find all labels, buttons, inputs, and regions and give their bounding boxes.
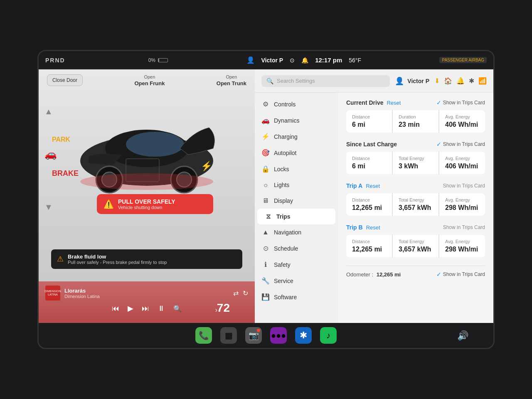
bluetooth-icon[interactable]: ✱ [469,77,474,85]
current-drive-energy-label: Avg. Energy [445,114,479,119]
trip-b-avg-energy-cell: Avg. Energy 298 Wh/mi [439,235,485,257]
brake-warning: ⚠ Brake fluid low Pull over safely - Pre… [51,249,242,269]
sidebar-item-charging[interactable]: ⚡ Charging [255,128,338,145]
since-last-charge-show-trips: ✓ Show in Trips Card [436,141,485,148]
search-music-icon[interactable]: 🔍 [173,305,182,313]
service-label: Service [274,278,293,284]
odometer-checkmark: ✓ [436,271,441,278]
svg-point-9 [80,173,213,190]
taskbar: 📞 ▦ 📷 ●●● ✱ ♪ 🔊 [39,323,493,348]
current-drive-section: Current Drive Reset ✓ Show in Trips Card… [346,99,485,133]
open-trunk-area: Open Open Trunk [217,74,246,87]
prnd-display: PRND [45,57,65,64]
left-panel: Close Door Open Open Frunk Open Open Tru… [39,69,255,323]
current-drive-distance-value: 6 mi [352,121,386,128]
search-icon: 🔍 [266,78,273,84]
autopilot-icon: 🎯 [261,149,270,157]
sidebar-item-schedule[interactable]: ⊙ Schedule [255,240,338,256]
music-info: DIMENSION LATINA Llorarás Dimension Lati… [45,286,248,300]
sidebar-item-autopilot[interactable]: 🎯 Autopilot [255,145,338,161]
search-input[interactable]: Search Settings [277,78,315,84]
trip-b-stats: Distance 12,265 mi Total Energy 3,657 kW… [346,235,485,257]
home-icon[interactable]: 🏠 [444,77,452,85]
status-user: Victor P [261,57,283,64]
trip-a-energy-cell: Total Energy 3,657 kWh [393,193,438,216]
sidebar-item-trips[interactable]: ⧖ Trips [257,209,335,224]
trip-a-title: Trip A [346,182,362,189]
trip-b-reset[interactable]: Reset [366,224,380,231]
camera-icon[interactable]: 📷 [245,327,262,344]
display-label: Display [274,197,293,204]
dynamics-label: Dynamics [274,117,299,124]
sidebar-item-service[interactable]: 🔧 Service [255,273,338,289]
bubble-icon[interactable]: ●●● [270,327,287,344]
since-last-charge-title: Since Last Charge [346,141,397,148]
lights-label: Lights [274,182,289,188]
status-bar-left: PRND [45,57,65,64]
open-frunk-button[interactable]: Open Frunk [134,80,165,86]
right-body: ⚙ Controls 🚗 Dynamics ⚡ Charging 🎯 Autop… [255,93,493,323]
current-drive-duration-label: Duration [399,114,433,119]
brake-warning-icon: ⚠ [57,254,64,264]
safety-icon: ℹ [261,261,270,268]
spotify-icon[interactable]: ♪ [320,327,337,344]
search-bar[interactable]: 🔍 Search Settings [261,75,390,87]
since-charge-distance-cell: Distance 6 mi [346,152,392,174]
pause-button[interactable]: ⏸ [158,304,165,313]
trip-a-show-trips: Show in Trips Card [443,183,485,189]
current-drive-duration-value: 23 min [399,121,433,128]
repeat-icon[interactable]: ↻ [243,289,248,297]
shuffle-icon[interactable]: ⇄ [233,289,239,297]
trip-a-distance-cell: Distance 12,265 mi [346,193,392,216]
odometer-show-trips: ✓ Show in Trips Card [436,271,485,278]
sidebar-item-navigation[interactable]: ▲ Navigation [255,224,338,240]
trip-b-title: Trip B [346,224,363,231]
current-drive-show-trips: ✓ Show in Trips Card [436,99,485,106]
sidebar-item-safety[interactable]: ℹ Safety [255,256,338,273]
sidebar-item-software[interactable]: 💾 Software [255,289,338,305]
grid-icon[interactable]: ▦ [220,327,237,344]
next-button[interactable]: ⏭ [142,304,149,313]
schedule-label: Schedule [274,245,298,252]
current-drive-reset[interactable]: Reset [387,100,401,106]
music-artist: Dimension Latina [64,294,100,299]
sidebar-item-locks[interactable]: 🔒 Locks [255,161,338,177]
sidebar-item-lights[interactable]: ☼ Lights [255,177,338,193]
status-time: 12:17 pm [315,57,342,64]
prev-button[interactable]: ⏮ [112,304,119,313]
trip-b-section: Trip B Reset Show in Trips Card Distance… [346,224,485,257]
current-drive-energy-cell: Avg. Energy 406 Wh/mi [439,110,485,133]
odometer-row: Odometer : 12,265 mi ✓ Show in Trips Car… [346,266,485,283]
trip-a-section: Trip A Reset Show in Trips Card Distance… [346,182,485,216]
autopilot-label: Autopilot [274,150,296,156]
odometer-value: 12,265 mi [377,271,401,278]
close-door-button[interactable]: Close Door [47,74,83,86]
sidebar-item-display[interactable]: 🖥 Display [255,193,338,209]
download-icon[interactable]: ⬇ [434,77,440,85]
trip-a-avg-energy-cell: Avg. Energy 298 Wh/mi [439,193,485,216]
bell-icon[interactable]: 🔔 [456,77,465,85]
since-charge-energy-cell: Total Energy 3 kWh [393,152,438,174]
open-trunk-button[interactable]: Open Trunk [217,80,246,86]
bluetooth-taskbar-icon[interactable]: ✱ [295,327,312,344]
open-label-frunk: Open [134,74,165,79]
sidebar-item-controls[interactable]: ⚙ Controls [255,96,338,112]
sidebar-item-dynamics[interactable]: 🚗 Dynamics [255,112,338,128]
safety-label: Safety [274,261,291,268]
charging-icon: ⚡ [261,133,270,140]
arrow-up-icon: ▲ [44,107,53,116]
svg-point-2 [126,132,184,157]
music-title: Llorarás [64,288,100,294]
brake-fluid-title: Brake fluid low [68,254,167,260]
display-icon: 🖥 [261,197,270,204]
trips-icon: ⧖ [264,213,272,220]
park-label: PARK [52,136,70,143]
controls-icon: ⚙ [261,100,270,108]
volume-icon[interactable]: 🔊 [457,330,468,341]
trip-a-reset[interactable]: Reset [366,183,380,189]
since-last-charge-header: Since Last Charge ✓ Show in Trips Card [346,141,485,148]
right-username: Victor P [407,78,429,84]
play-button[interactable]: ▶ [128,304,133,313]
current-drive-header: Current Drive Reset ✓ Show in Trips Card [346,99,485,106]
phone-icon[interactable]: 📞 [195,327,212,344]
